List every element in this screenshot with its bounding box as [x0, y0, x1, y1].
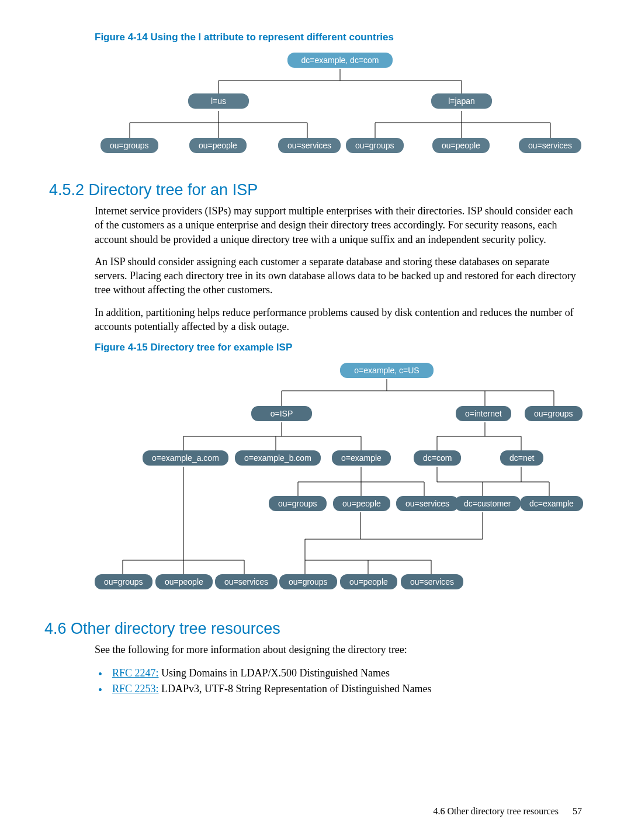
node-leaf: ou=groups	[346, 138, 404, 153]
node-example-b: o=example_b.com	[235, 450, 321, 466]
node-o-example: o=example	[332, 450, 391, 466]
heading-4-5-2: 4.5.2 Directory tree for an ISP	[49, 181, 582, 199]
list-item: RFC 2247: Using Domains in LDAP/X.500 Di…	[112, 665, 582, 681]
node-leaf: ou=people	[340, 574, 397, 589]
paragraph: See the following for more information a…	[95, 643, 582, 657]
link-rfc-2253[interactable]: RFC 2253:	[112, 683, 159, 695]
node-leaf: ou=people	[155, 574, 213, 589]
paragraph: Internet service providers (ISPs) may su…	[95, 204, 582, 247]
node-root: o=example, c=US	[340, 363, 434, 378]
list-item: RFC 2253: LDAPv3, UTF-8 String Represent…	[112, 681, 582, 697]
node-dc-customer: dc=customer	[455, 496, 521, 511]
paragraph: An ISP should consider assigning each cu…	[95, 255, 582, 297]
node-ou-people: ou=people	[333, 496, 390, 511]
figure-4-14-caption: Figure 4-14 Using the l attribute to rep…	[95, 32, 582, 43]
bullet-list: RFC 2247: Using Domains in LDAP/X.500 Di…	[95, 665, 582, 697]
node-l-us: l=us	[188, 93, 249, 109]
node-dc-net: dc=net	[500, 450, 543, 466]
paragraph: In addition, partitioning helps reduce p…	[95, 306, 582, 334]
figure-4-15-caption: Figure 4-15 Directory tree for example I…	[95, 342, 582, 353]
figure-4-15: o=example, c=US o=ISP o=internet ou=grou…	[95, 362, 585, 607]
node-l-japan: l=japan	[431, 93, 492, 109]
node-leaf: ou=groups	[100, 138, 158, 153]
node-dc-example: dc=example	[520, 496, 583, 511]
node-leaf: ou=groups	[95, 574, 152, 589]
node-leaf: ou=people	[432, 138, 490, 153]
node-leaf: ou=groups	[279, 574, 337, 589]
node-ou-services: ou=services	[396, 496, 459, 511]
node-dc-com: dc=com	[414, 450, 461, 466]
node-ou-groups: ou=groups	[269, 496, 327, 511]
page-footer: 4.6 Other directory tree resources 57	[433, 806, 582, 817]
node-o-isp: o=ISP	[251, 406, 312, 421]
node-leaf: ou=services	[519, 138, 581, 153]
link-rfc-2247[interactable]: RFC 2247:	[112, 667, 159, 679]
node-ou-groups: ou=groups	[525, 406, 583, 421]
heading-4-6: 4.6 Other directory tree resources	[44, 620, 582, 638]
footer-section: 4.6 Other directory tree resources	[433, 806, 559, 816]
list-item-text: Using Domains in LDAP/X.500 Distinguishe…	[159, 667, 390, 679]
list-item-text: LDAPv3, UTF-8 String Representation of D…	[159, 683, 432, 695]
node-leaf: ou=services	[278, 138, 341, 153]
node-o-internet: o=internet	[456, 406, 511, 421]
node-leaf: ou=services	[215, 574, 278, 589]
node-root: dc=example, dc=com	[287, 53, 393, 68]
node-leaf: ou=people	[189, 138, 247, 153]
node-example-a: o=example_a.com	[143, 450, 228, 466]
page-number: 57	[573, 806, 582, 816]
figure-4-14: dc=example, dc=com l=us l=japan ou=group…	[95, 51, 585, 168]
node-leaf: ou=services	[401, 574, 463, 589]
